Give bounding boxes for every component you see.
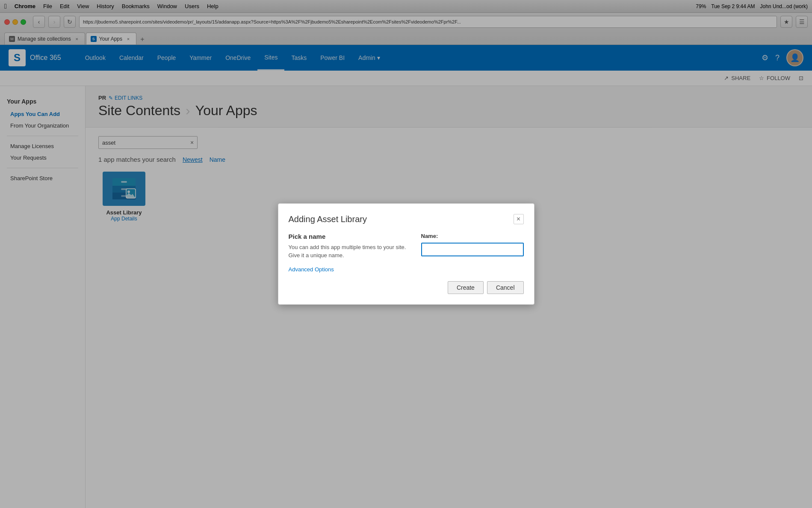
modal-cancel-button[interactable]: Cancel bbox=[487, 281, 524, 294]
modal-advanced-options-link[interactable]: Advanced Options bbox=[289, 266, 413, 273]
modal-right: Name: bbox=[421, 233, 524, 272]
modal-left: Pick a name You can add this app multipl… bbox=[289, 233, 413, 272]
modal-name-label: Name: bbox=[421, 233, 524, 239]
modal-body: Pick a name You can add this app multipl… bbox=[289, 233, 524, 272]
modal-overlay: Adding Asset Library × Pick a name You c… bbox=[0, 0, 812, 508]
modal-close-button[interactable]: × bbox=[514, 214, 524, 224]
modal-header: Adding Asset Library × bbox=[289, 214, 524, 224]
modal-footer: Create Cancel bbox=[289, 281, 524, 294]
modal-create-button[interactable]: Create bbox=[448, 281, 484, 294]
modal-name-input[interactable] bbox=[421, 243, 524, 256]
modal-description: You can add this app multiple times to y… bbox=[289, 244, 413, 259]
modal-pick-name-label: Pick a name bbox=[289, 233, 413, 240]
modal-dialog: Adding Asset Library × Pick a name You c… bbox=[278, 203, 534, 304]
modal-title: Adding Asset Library bbox=[289, 214, 367, 224]
